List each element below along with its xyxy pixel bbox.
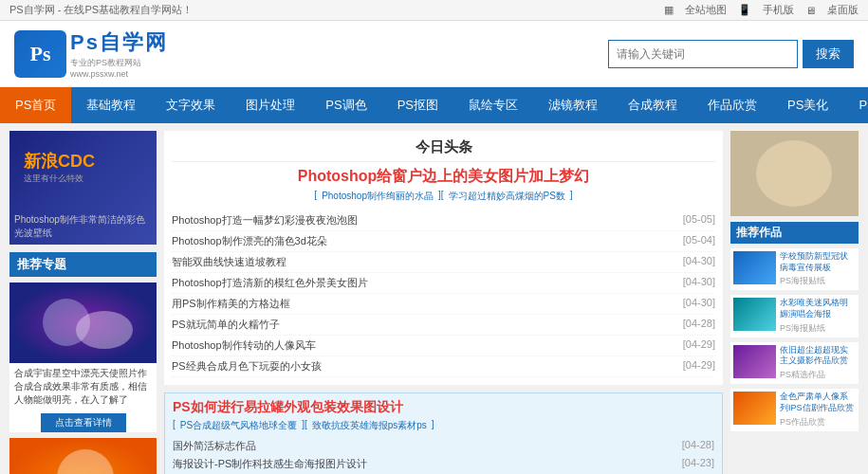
news-date: [04-30] — [683, 255, 715, 269]
logo-url: www.pssxw.net — [70, 69, 168, 79]
nav-item-cutout[interactable]: PS抠图 — [382, 87, 453, 123]
news-link[interactable]: Photoshop打造一幅梦幻彩漫夜夜泡泡图 — [172, 213, 358, 228]
view-full-icon: ▦ — [664, 4, 674, 16]
left-column: 新浪CDC 这里有什么特效 Photoshop制作非常简洁的彩色光波壁纸 推荐专… — [9, 131, 157, 474]
rec-img-1 — [733, 251, 776, 284]
feature-sub-links: [ PS合成超级气风格地球全覆 ][ 致敬抗疫英雄海报ps素材ps ] — [173, 419, 714, 432]
feature-banner: PS如何进行易拉罐外观包装效果图设计 [ PS合成超级气风格地球全覆 ][ 致敬… — [164, 392, 723, 474]
news-link[interactable]: PS经典合成月色下玩耍的小女孩 — [172, 359, 322, 374]
news-sub-links: [ Photoshop制作绚丽的水晶 ][ 学习超过精妙高煤烟的PS数 ] — [172, 190, 715, 203]
news-date: [04-29] — [683, 338, 715, 353]
news-sub-link-2[interactable]: 学习超过精妙高煤烟的PS数 — [449, 190, 565, 203]
news-main-title[interactable]: Photoshop给窗户边上的美女图片加上梦幻 — [172, 167, 715, 187]
news-item: Photoshop制作转动的人像风车[04-29] — [172, 336, 715, 356]
main-banner: 新浪CDC 这里有什么特效 Photoshop制作非常简洁的彩色光波壁纸 — [9, 131, 157, 245]
view-desktop-link[interactable]: 桌面版 — [827, 3, 859, 17]
topic-btn-1[interactable]: 点击查看详情 — [41, 413, 126, 432]
center-column: 今日头条 Photoshop给窗户边上的美女图片加上梦幻 [ Photoshop… — [164, 131, 723, 474]
recommend-item-3: 依旧超尘超超现实主义摄影作品欣赏 PS精选作品 — [730, 342, 859, 384]
svg-rect-5 — [730, 131, 859, 216]
nav-item-text[interactable]: 文字效果 — [151, 87, 231, 123]
rec-content-4: 金色严肃单人像系列IPS信剧作品欣赏 PS作品欣赏 — [780, 392, 856, 428]
banner-overlay: 新浪CDC 这里有什么特效 — [24, 150, 95, 185]
nav-item-works[interactable]: 作品欣赏 — [693, 87, 772, 123]
svg-rect-7 — [764, 138, 825, 205]
news-section: 今日头条 Photoshop给窗户边上的美女图片加上梦幻 [ Photoshop… — [164, 131, 723, 385]
rec-img-3 — [733, 345, 776, 378]
rec-img-2 — [733, 298, 776, 331]
rec-img-4 — [733, 392, 776, 425]
svg-text:Thata: Thata — [785, 173, 804, 182]
nav-item-home[interactable]: PS首页 — [0, 87, 71, 123]
feature-sub-link-1[interactable]: PS合成超级气风格地球全覆 — [180, 419, 297, 432]
recommend-item-4: 金色严肃单人像系列IPS信剧作品欣赏 PS作品欣赏 — [730, 389, 859, 430]
nav-item-color[interactable]: PS调色 — [310, 87, 381, 123]
rec-type-2: PS海报贴纸 — [780, 322, 856, 335]
news-item: Photoshop打造一幅梦幻彩漫夜夜泡泡图[05-05] — [172, 210, 715, 231]
news-link[interactable]: Photoshop制作漂亮的蒲色3d花朵 — [172, 234, 327, 248]
news-list: Photoshop打造一幅梦幻彩漫夜夜泡泡图[05-05] Photoshop制… — [172, 210, 715, 377]
feature-link[interactable]: 国外简活标志作品 — [173, 439, 256, 453]
feature-list: 国外简活标志作品[04-28] 海报设计-PS制作科技感生命海报图片设计[04-… — [173, 437, 714, 474]
feature-title[interactable]: PS如何进行易拉罐外观包装效果图设计 — [173, 399, 714, 416]
rec-content-1: 学校预防新型冠状病毒宣传展板 PS海报贴纸 — [780, 251, 856, 287]
recommend-item-1: 学校预防新型冠状病毒宣传展板 PS海报贴纸 — [730, 248, 859, 290]
view-mobile-icon: 📱 — [738, 4, 751, 16]
news-link[interactable]: Photoshop打造清新的模红色外景美女图片 — [172, 276, 368, 290]
feature-date: [04-23] — [682, 457, 714, 471]
topic-img-1 — [9, 283, 157, 363]
news-link[interactable]: 智能双曲线快速道坡教程 — [172, 255, 286, 269]
svg-rect-6 — [759, 136, 830, 211]
news-sub-link-1[interactable]: Photoshop制作绚丽的水晶 — [322, 190, 434, 203]
news-date: [05-05] — [683, 213, 715, 228]
search-input[interactable] — [608, 40, 798, 68]
news-link[interactable]: PS就玩简单的火糯竹子 — [172, 318, 280, 332]
news-date: [04-28] — [683, 318, 715, 332]
banner-sub: 这里有什么特效 — [24, 173, 95, 185]
nav-item-beauty[interactable]: PS美化 — [772, 87, 843, 123]
feature-sub-link-2[interactable]: 致敬抗疫英雄海报ps素材ps — [312, 419, 427, 432]
rec-label-4[interactable]: 金色严肃单人像系列IPS信剧作品欣赏 — [780, 392, 856, 413]
rec-label-3[interactable]: 依旧超尘超超现实主义摄影作品欣赏 — [780, 345, 856, 367]
nav-item-composite[interactable]: 合成教程 — [613, 87, 693, 123]
logo[interactable]: Ps Ps自学网 专业的PS教程网站 www.pssxw.net — [14, 28, 168, 79]
news-link[interactable]: 用PS制作精美的方格边框 — [172, 297, 290, 311]
news-date: [04-29] — [683, 359, 715, 374]
news-item: 智能双曲线快速道坡教程[04-30] — [172, 252, 715, 273]
banner-caption: Photoshop制作非常简洁的彩色光波壁纸 — [14, 213, 152, 240]
rec-type-4: PS作品欣赏 — [780, 416, 856, 428]
topic-item-2: 插艺与插画的完美结合,不同艺术美感的，你把插艺与插画的绘画结合，带你入门一种手绘… — [9, 438, 157, 474]
svg-point-2 — [76, 311, 133, 349]
topic-item-1: 合成宇宙星空中漂亮天使照片作合成合成效果非常有质感，相信人物能做明亮，在入了解了… — [9, 283, 157, 432]
view-mobile-link[interactable]: 手机版 — [763, 3, 794, 17]
banner-logo: 新浪CDC — [24, 150, 95, 173]
nav-item-wiki[interactable]: PS百科 — [843, 87, 868, 123]
topic-desc-1: 合成宇宙星空中漂亮天使照片作合成合成效果非常有质感，相信人物能做明亮，在入了解了 — [9, 363, 157, 410]
nav-item-photo[interactable]: 图片处理 — [231, 87, 310, 123]
recommend-title: 推荐作品 — [730, 222, 859, 244]
nav-item-basic[interactable]: 基础教程 — [71, 87, 151, 123]
nav-item-filter[interactable]: 滤镜教程 — [533, 87, 613, 123]
feature-link[interactable]: 海报设计-PS制作科技感生命海报图片设计 — [173, 457, 367, 471]
rec-content-2: 水彩唯美迷风格明媚演唱会海报 PS海报贴纸 — [780, 298, 856, 334]
news-item: PS就玩简单的火糯竹子[04-28] — [172, 315, 715, 336]
news-title: 今日头条 — [172, 138, 715, 162]
right-column: Thata 推荐作品 学校预防新型冠状病毒宣传展板 PS海报贴纸 水彩唯美迷风格… — [730, 131, 859, 474]
top-bar-right: ▦ 全站地图 📱 手机版 🖥 桌面版 — [664, 3, 859, 17]
news-link[interactable]: Photoshop制作转动的人像风车 — [172, 338, 316, 353]
feature-item: 国外简活标志作品[04-28] — [173, 437, 714, 455]
rec-label-1[interactable]: 学校预防新型冠状病毒宣传展板 — [780, 251, 856, 273]
nav-item-mouse-draw[interactable]: 鼠绘专区 — [453, 87, 533, 123]
news-item: Photoshop制作漂亮的蒲色3d花朵[05-04] — [172, 231, 715, 252]
rec-label-2[interactable]: 水彩唯美迷风格明媚演唱会海报 — [780, 298, 856, 319]
top-bar: PS自学网 - 在线PS基础教程自学网站！ ▦ 全站地图 📱 手机版 🖥 桌面版 — [0, 0, 868, 21]
view-desktop-icon: 🖥 — [805, 5, 816, 16]
site-info: PS自学网 - 在线PS基础教程自学网站！ — [9, 3, 193, 17]
feature-date: [04-28] — [682, 439, 714, 453]
featured-title: 推荐专题 — [9, 252, 157, 277]
news-date: [04-30] — [683, 297, 715, 311]
rec-type-3: PS精选作品 — [780, 369, 856, 381]
search-button[interactable]: 搜索 — [803, 40, 854, 68]
main-nav: PS首页 基础教程 文字效果 图片处理 PS调色 PS抠图 鼠绘专区 滤镜教程 … — [0, 87, 868, 123]
view-full-link[interactable]: 全站地图 — [685, 3, 727, 17]
